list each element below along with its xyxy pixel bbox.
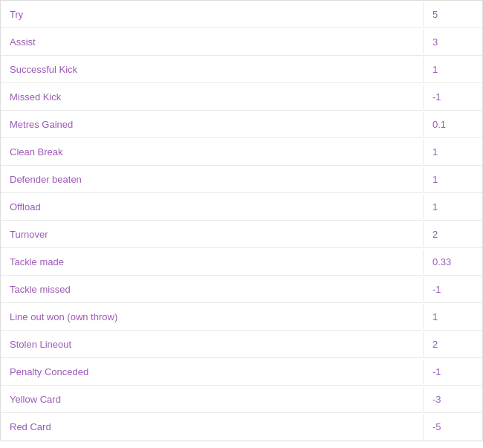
row-label: Tackle made <box>1 250 423 274</box>
row-label: Assist <box>1 30 423 54</box>
scoring-table: Try5Assist3Successful Kick1Missed Kick-1… <box>0 0 483 441</box>
row-value: 1 <box>423 167 482 192</box>
table-row: Tackle made0.33 <box>1 248 482 276</box>
table-row: Successful Kick1 <box>1 56 482 83</box>
row-value: 0.33 <box>423 250 482 274</box>
row-value: -5 <box>423 415 482 439</box>
row-value: -1 <box>423 277 482 302</box>
row-label: Red Card <box>1 415 423 439</box>
table-row: Tackle missed-1 <box>1 276 482 303</box>
row-value: 2 <box>423 222 482 247</box>
table-row: Red Card-5 <box>1 413 482 441</box>
table-row: Yellow Card-3 <box>1 386 482 413</box>
row-value: -1 <box>423 360 482 384</box>
row-label: Clean Break <box>1 140 423 164</box>
table-row: Clean Break1 <box>1 138 482 166</box>
row-label: Missed Kick <box>1 85 423 109</box>
row-label: Line out won (own throw) <box>1 305 423 329</box>
row-label: Try <box>1 2 423 27</box>
row-value: 3 <box>423 30 482 54</box>
table-row: Stolen Lineout2 <box>1 331 482 358</box>
row-value: -1 <box>423 85 482 109</box>
row-label: Penalty Conceded <box>1 360 423 384</box>
table-row: Metres Gained0.1 <box>1 111 482 138</box>
row-label: Yellow Card <box>1 387 423 412</box>
table-row: Try5 <box>1 1 482 28</box>
table-row: Missed Kick-1 <box>1 83 482 111</box>
row-value: 0.1 <box>423 112 482 137</box>
row-value: 1 <box>423 140 482 164</box>
table-row: Assist3 <box>1 28 482 56</box>
row-label: Successful Kick <box>1 57 423 82</box>
row-value: 5 <box>423 2 482 27</box>
table-row: Line out won (own throw)1 <box>1 303 482 331</box>
row-value: 1 <box>423 305 482 329</box>
row-value: 1 <box>423 195 482 219</box>
table-row: Offload1 <box>1 193 482 221</box>
row-value: 1 <box>423 57 482 82</box>
row-label: Offload <box>1 195 423 219</box>
table-row: Penalty Conceded-1 <box>1 358 482 386</box>
table-row: Defender beaten1 <box>1 166 482 193</box>
row-label: Metres Gained <box>1 112 423 137</box>
row-label: Turnover <box>1 222 423 247</box>
row-label: Defender beaten <box>1 167 423 192</box>
row-label: Tackle missed <box>1 277 423 302</box>
row-value: 2 <box>423 332 482 357</box>
row-label: Stolen Lineout <box>1 332 423 357</box>
table-row: Turnover2 <box>1 221 482 248</box>
row-value: -3 <box>423 387 482 412</box>
